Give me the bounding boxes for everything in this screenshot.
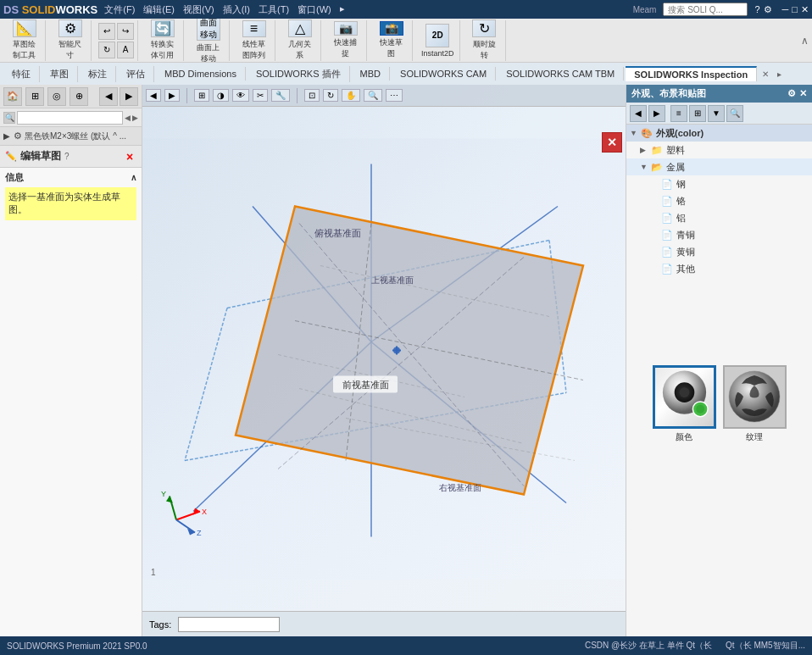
search-icon[interactable]: 🔍 [3, 112, 15, 124]
settings-icon[interactable]: ⚙ [764, 4, 772, 15]
tab-arrow[interactable]: ▸ [774, 69, 785, 79]
toolbar-rotate[interactable]: ↻ 顺时旋转 [464, 20, 506, 61]
tags-input[interactable] [178, 617, 280, 632]
menu-window[interactable]: 窗口(W) [298, 3, 331, 16]
panel-target-icon[interactable]: ◎ [47, 87, 66, 106]
vp-zoom[interactable]: 🔍 [364, 89, 382, 102]
viewport[interactable]: ◀ ▶ ⊞ ◑ 👁 ✂ 🔧 ⊡ ↻ ✋ 🔍 ⋯ [142, 85, 626, 636]
sketch-tool-icon: 📐 [13, 19, 36, 37]
vp-btn-back[interactable]: ◀ [146, 89, 161, 102]
tab-mbd-dim[interactable]: MBD Dimensions [156, 67, 246, 80]
panel-nav-left[interactable]: ◀ [125, 114, 131, 122]
vp-view-mode[interactable]: ⊞ [194, 89, 209, 102]
toolbar-quick-sketch[interactable]: 📸 快速草图 [370, 20, 413, 61]
thumb-color[interactable]: 颜色 [653, 365, 716, 443]
menu-edit[interactable]: 编辑(E) [143, 3, 175, 16]
rp-settings-icon[interactable]: ⚙ [787, 88, 796, 99]
info-collapse-btn[interactable]: ∧ [131, 173, 136, 182]
vp-rotate[interactable]: ↻ [323, 89, 338, 102]
vp-btn-forward[interactable]: ▶ [164, 89, 180, 102]
vp-more-arrows[interactable]: ⋯ [386, 89, 403, 102]
main-area: 🏠 ⊞ ◎ ⊕ ◀ ▶ 🔍 ◀ ▶ ▶ ⚙ 黑色铁M2×3螺丝 (默认 ^ ..… [0, 85, 812, 636]
tree-root-icon: 🎨 [640, 126, 653, 140]
tree-other-icon: 📄 [660, 262, 674, 275]
help-icon[interactable]: ? [754, 4, 759, 15]
tab-markup[interactable]: 标注 [80, 66, 116, 82]
tab-sw-plugin[interactable]: SOLIDWORKS 插件 [247, 66, 350, 82]
rp-filter[interactable]: ▼ [708, 105, 725, 122]
tab-mbd[interactable]: MBD [352, 67, 390, 80]
search-input[interactable] [663, 3, 748, 16]
tree-chrome[interactable]: ▶ 📄 铬 [626, 192, 812, 209]
edit-sketch-close[interactable]: × [123, 150, 136, 164]
toolbar-convert[interactable]: 🔄 转换实体引用 [142, 20, 184, 61]
panel-nav-right[interactable]: ▶ [132, 114, 138, 122]
vp-render-mode[interactable]: ◑ [213, 89, 229, 102]
menu-bar[interactable]: 文件(F) 编辑(E) 视图(V) 插入(I) 工具(T) 窗口(W) ▸ [104, 3, 345, 16]
rp-list-view[interactable]: ≡ [670, 105, 687, 122]
tab-feature[interactable]: 特征 [3, 66, 40, 82]
menu-tools[interactable]: 工具(T) [259, 3, 289, 16]
tree-aluminum[interactable]: ▶ 📄 铝 [626, 209, 812, 226]
vp-section[interactable]: ✂ [253, 89, 268, 102]
smart-dim-icon: ⚙ [58, 19, 82, 37]
tab-sw-cam-tbm[interactable]: SOLIDWORKS CAM TBM [498, 67, 624, 80]
tab-close-x[interactable]: ✕ [759, 69, 772, 79]
menu-more[interactable]: ▸ [340, 3, 345, 16]
tab-sw-cam[interactable]: SOLIDWORKS CAM [392, 67, 496, 80]
toolbar-quick-snap[interactable]: 📷 快速捕捉 [325, 20, 367, 61]
thumb-texture[interactable]: 纹理 [723, 365, 787, 443]
menu-insert[interactable]: 插入(I) [223, 3, 250, 16]
panel-search-input[interactable] [17, 111, 123, 125]
tree-bronze-label: 青铜 [676, 229, 695, 241]
rp-nav-left[interactable]: ◀ [630, 105, 647, 122]
rp-grid-view[interactable]: ⊞ [689, 105, 706, 122]
toolbar-right-arrow[interactable]: ∧ [801, 35, 809, 47]
panel-left-arrow[interactable]: ◀ [99, 87, 118, 106]
menu-file[interactable]: 文件(F) [104, 3, 135, 16]
vp-hide-show[interactable]: 👁 [232, 89, 249, 102]
tree-plastic[interactable]: ▶ 📁 塑料 [626, 142, 812, 158]
toolbar-smart-dim[interactable]: ⚙ 智能尺寸 [49, 20, 92, 61]
smart-dim-label: 智能尺寸 [58, 39, 81, 61]
tab-sw-inspection[interactable]: SOLIDWORKS Inspection [626, 66, 757, 81]
tab-sketch[interactable]: 草图 [42, 66, 78, 82]
rp-close-icon[interactable]: ✕ [799, 88, 807, 99]
toolbar-instant2d[interactable]: 2D Instant2D [416, 20, 460, 61]
menu-view[interactable]: 视图(V) [183, 3, 214, 16]
tree-root[interactable]: ▼ 🎨 外观(color) [626, 125, 812, 142]
redo-btn[interactable]: ↪ [117, 23, 134, 40]
tree-aluminum-label: 铝 [676, 212, 686, 225]
close-btn-window[interactable]: ✕ [801, 4, 809, 15]
toolbar-surface-move[interactable]: 曲面移动 曲面上移动 [187, 20, 230, 61]
undo-btn[interactable]: ↩ [98, 23, 115, 40]
toolbar-sketch-tool[interactable]: 📐 草图绘制工具 [3, 20, 46, 61]
panel-grid-icon[interactable]: ⊞ [25, 87, 44, 106]
rp-search[interactable]: 🔍 [726, 105, 743, 122]
rp-nav-right[interactable]: ▶ [648, 105, 665, 122]
scene-close-btn[interactable]: ✕ [602, 132, 622, 153]
extra-btn2[interactable]: A [117, 42, 134, 58]
vp-pan[interactable]: ✋ [342, 89, 360, 102]
tree-brass[interactable]: ▶ 📄 黄铜 [626, 243, 812, 260]
extra-btn1[interactable]: ↻ [98, 42, 115, 58]
search-area[interactable] [663, 3, 748, 16]
toolbar-geometry[interactable]: △ 几何关系 [279, 20, 321, 61]
3d-scene[interactable]: 前视基准面 俯视基准面 上视基准面 右视基准面 X Y Z [142, 107, 626, 611]
tree-bronze[interactable]: ▶ 📄 青铜 [626, 226, 812, 243]
toolbar-linear-pattern[interactable]: ≡ 线性草图阵列 [233, 20, 275, 61]
window-controls[interactable]: ? ⚙ ─ □ ✕ [754, 4, 809, 15]
svg-text:前视基准面: 前视基准面 [342, 380, 389, 390]
maximize-btn[interactable]: □ [792, 4, 798, 15]
tree-steel[interactable]: ▶ 📄 钢 [626, 175, 812, 192]
tree-metal[interactable]: ▼ 📂 金属 [626, 158, 812, 175]
edit-sketch-help[interactable]: ? [64, 152, 70, 161]
vp-zoom-extent[interactable]: ⊡ [304, 89, 320, 102]
panel-dims-icon[interactable]: ⊕ [70, 87, 88, 106]
panel-right-arrow[interactable]: ▶ [120, 87, 138, 106]
tab-evaluate[interactable]: 评估 [118, 66, 154, 82]
panel-home-icon[interactable]: 🏠 [3, 87, 22, 106]
tree-other[interactable]: ▶ 📄 其他 [626, 260, 812, 277]
vp-extras[interactable]: 🔧 [271, 89, 290, 102]
minimize-btn[interactable]: ─ [782, 4, 789, 15]
